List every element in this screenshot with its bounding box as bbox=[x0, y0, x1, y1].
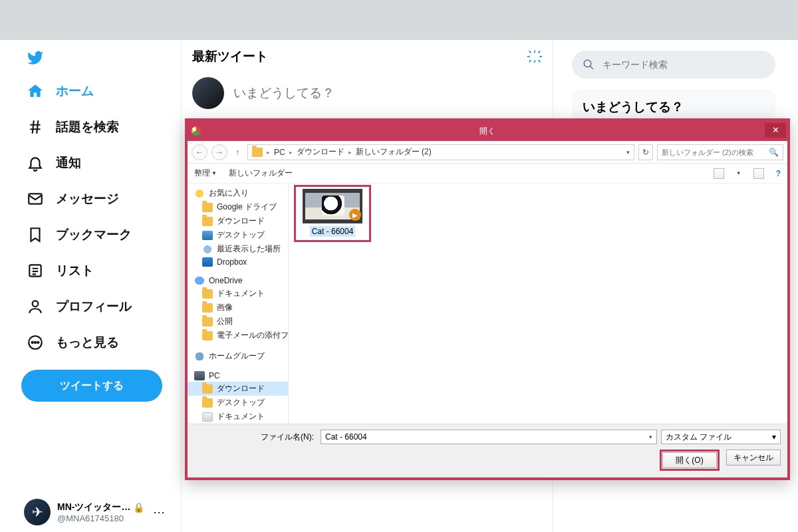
file-pane[interactable]: Cat - 66004 bbox=[289, 184, 787, 424]
chevron-down-icon[interactable]: ▾ bbox=[649, 434, 652, 440]
feed-title: 最新ツイート bbox=[192, 48, 268, 65]
ellipsis-icon: ⋯ bbox=[153, 505, 165, 519]
home-icon bbox=[27, 82, 44, 100]
breadcrumb-item[interactable]: PC bbox=[274, 148, 285, 157]
tree-item[interactable]: デスクトップ bbox=[188, 228, 288, 242]
tree-item[interactable]: Google ドライブ bbox=[188, 200, 288, 214]
chrome-icon bbox=[192, 126, 201, 136]
search-icon: 🔍 bbox=[769, 148, 779, 157]
folder-tree[interactable]: お気に入り Google ドライブ ダウンロード デスクトップ 最近表示した場所… bbox=[188, 184, 289, 424]
filetype-combobox[interactable]: カスタム ファイル ▾ bbox=[661, 430, 781, 444]
mail-icon bbox=[27, 190, 44, 207]
list-icon bbox=[27, 262, 44, 279]
view-mode-button[interactable] bbox=[714, 168, 724, 179]
twitter-logo-icon[interactable] bbox=[25, 49, 168, 66]
bell-icon bbox=[27, 154, 44, 172]
nav-label: 話題を検索 bbox=[56, 118, 119, 136]
chevron-down-icon[interactable]: ▾ bbox=[772, 432, 776, 442]
nav-forward-button[interactable]: → bbox=[211, 144, 227, 160]
dialog-search-input[interactable] bbox=[662, 148, 769, 156]
file-item[interactable]: Cat - 66004 bbox=[298, 189, 367, 237]
nav-label: リスト bbox=[56, 262, 94, 279]
nav-back-button[interactable]: ← bbox=[192, 144, 207, 160]
filetype-value: カスタム ファイル bbox=[666, 432, 732, 443]
compose-placeholder[interactable]: いまどうしてる？ bbox=[233, 84, 334, 102]
cancel-button[interactable]: キャンセル bbox=[726, 450, 781, 466]
tree-item[interactable]: ドキュメント bbox=[188, 410, 288, 424]
tree-item[interactable]: 電子メールの添付ファ bbox=[188, 329, 288, 342]
file-open-dialog: 開く ✕ ← → ↑ ▸ PC▸ ダウンロード▸ 新しいフォルダー (2) ▾ … bbox=[185, 118, 790, 480]
nav-label: ブックマーク bbox=[56, 226, 132, 243]
tree-item[interactable]: ダウンロード bbox=[188, 382, 288, 396]
hash-icon bbox=[27, 118, 44, 136]
account-switcher[interactable]: ✈ MN-ツイッター…🔒 @MNA61745180 ⋯ bbox=[21, 492, 168, 532]
nav-label: メッセージ bbox=[56, 190, 119, 207]
tree-item[interactable]: 公開 bbox=[188, 315, 288, 329]
organize-menu[interactable]: 整理 ▼ bbox=[194, 168, 217, 179]
account-handle: @MNA61745180 bbox=[57, 513, 144, 523]
nav-lists[interactable]: リスト bbox=[21, 253, 168, 289]
tree-homegroup[interactable]: ホームグループ bbox=[188, 349, 288, 363]
nav-explore[interactable]: 話題を検索 bbox=[21, 109, 168, 145]
chevron-down-icon[interactable]: ▼ bbox=[736, 170, 741, 176]
search-input[interactable] bbox=[602, 59, 765, 70]
avatar bbox=[192, 77, 224, 109]
dialog-toolbar: 整理 ▼ 新しいフォルダー ▼ ? bbox=[188, 164, 787, 184]
svg-point-2 bbox=[33, 301, 39, 307]
tree-item[interactable]: 最近表示した場所 bbox=[188, 242, 288, 256]
svg-point-7 bbox=[584, 60, 591, 67]
filename-combobox[interactable]: Cat - 66004 ▾ bbox=[321, 430, 657, 444]
nav-label: 通知 bbox=[56, 154, 81, 172]
account-name: MN-ツイッター… bbox=[57, 501, 130, 513]
nav-home[interactable]: ホーム bbox=[21, 73, 168, 109]
chevron-down-icon[interactable]: ▾ bbox=[626, 149, 630, 156]
tree-item[interactable]: 画像 bbox=[188, 301, 288, 315]
svg-point-5 bbox=[35, 342, 36, 343]
new-folder-button[interactable]: 新しいフォルダー bbox=[229, 168, 293, 179]
open-button[interactable]: 開く(O) bbox=[662, 452, 717, 468]
dialog-titlebar[interactable]: 開く ✕ bbox=[188, 121, 787, 141]
nav-label: プロフィール bbox=[56, 298, 132, 315]
tree-favorites[interactable]: お気に入り bbox=[188, 186, 288, 200]
tree-pc[interactable]: PC bbox=[188, 370, 288, 382]
nav-up-button[interactable]: ↑ bbox=[231, 148, 243, 157]
bookmark-icon bbox=[27, 226, 44, 243]
nav-bookmarks[interactable]: ブックマーク bbox=[21, 217, 168, 253]
nav-label: ホーム bbox=[56, 82, 94, 100]
dialog-title: 開く bbox=[479, 126, 495, 137]
lock-icon: 🔒 bbox=[133, 502, 144, 513]
nav-messages[interactable]: メッセージ bbox=[21, 181, 168, 217]
left-sidebar: ホーム 話題を検索 通知 メッセージ ブックマーク リスト bbox=[0, 40, 181, 532]
nav-more[interactable]: もっと見る bbox=[21, 325, 168, 360]
search-icon bbox=[583, 59, 595, 70]
tree-item[interactable]: デスクトップ bbox=[188, 396, 288, 410]
breadcrumb-item[interactable]: ダウンロード bbox=[297, 146, 344, 158]
browser-topbar bbox=[0, 0, 798, 40]
svg-point-4 bbox=[32, 342, 33, 343]
tree-item[interactable]: Dropbox bbox=[188, 256, 288, 268]
nav-profile[interactable]: プロフィール bbox=[21, 289, 168, 325]
tweet-button[interactable]: ツイートする bbox=[21, 370, 162, 402]
filename-label: ファイル名(N): bbox=[194, 432, 317, 443]
nav-list: ホーム 話題を検索 通知 メッセージ ブックマーク リスト bbox=[21, 73, 168, 360]
help-icon[interactable]: ? bbox=[776, 169, 781, 178]
close-button[interactable]: ✕ bbox=[765, 123, 786, 138]
refresh-button[interactable]: ↻ bbox=[638, 144, 653, 160]
nav-notifications[interactable]: 通知 bbox=[21, 145, 168, 181]
tree-item[interactable]: ダウンロード bbox=[188, 214, 288, 228]
open-button-highlight: 開く(O) bbox=[660, 450, 720, 471]
file-name-label: Cat - 66004 bbox=[310, 226, 356, 237]
sparkle-icon[interactable] bbox=[527, 49, 542, 64]
preview-pane-button[interactable] bbox=[753, 168, 764, 179]
tree-onedrive[interactable]: OneDrive bbox=[188, 275, 288, 287]
dialog-nav-row: ← → ↑ ▸ PC▸ ダウンロード▸ 新しいフォルダー (2) ▾ ↻ 🔍 bbox=[188, 141, 787, 164]
avatar: ✈ bbox=[24, 499, 51, 525]
breadcrumb-bar[interactable]: ▸ PC▸ ダウンロード▸ 新しいフォルダー (2) ▾ bbox=[247, 144, 634, 160]
dialog-search[interactable]: 🔍 bbox=[657, 144, 783, 160]
tree-item[interactable]: ドキュメント bbox=[188, 287, 288, 301]
compose-box[interactable]: いまどうしてる？ bbox=[182, 73, 553, 121]
folder-icon bbox=[252, 148, 263, 157]
breadcrumb-item[interactable]: 新しいフォルダー (2) bbox=[356, 146, 432, 158]
search-box[interactable] bbox=[572, 51, 775, 78]
more-icon bbox=[27, 334, 44, 351]
